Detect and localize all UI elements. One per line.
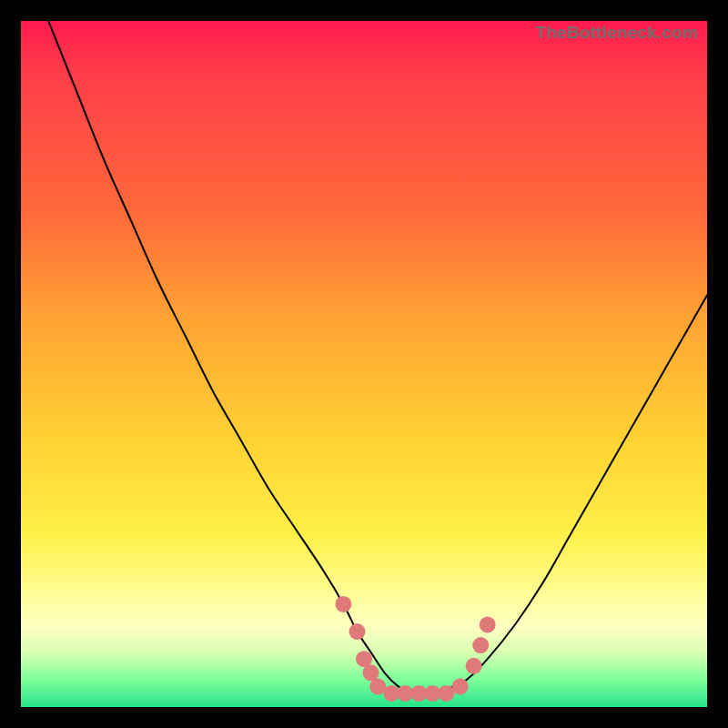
outer-frame: TheBottleneck.com bbox=[0, 0, 728, 728]
curve-marker bbox=[452, 678, 469, 694]
curve-markers bbox=[335, 596, 495, 702]
bottleneck-chart bbox=[21, 21, 707, 707]
curve-marker bbox=[472, 637, 489, 653]
curve-marker bbox=[349, 623, 366, 640]
bottleneck-curve-path bbox=[48, 21, 707, 693]
plot-area: TheBottleneck.com bbox=[21, 21, 707, 707]
curve-marker bbox=[335, 596, 351, 612]
curve-marker bbox=[480, 617, 496, 633]
curve-marker bbox=[466, 658, 482, 674]
